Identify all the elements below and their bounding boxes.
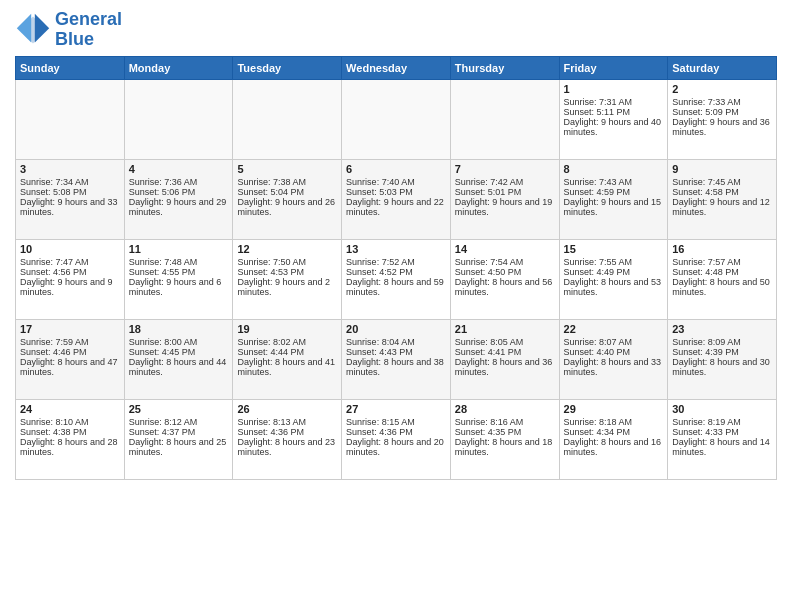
sunset-text: Sunset: 5:06 PM — [129, 187, 196, 197]
day-number: 26 — [237, 403, 337, 415]
header: GeneralBlue — [15, 10, 777, 50]
svg-marker-2 — [17, 14, 31, 43]
sunrise-text: Sunrise: 7:52 AM — [346, 257, 415, 267]
sunrise-text: Sunrise: 7:59 AM — [20, 337, 89, 347]
sunset-text: Sunset: 4:43 PM — [346, 347, 413, 357]
calendar-cell: 6Sunrise: 7:40 AMSunset: 5:03 PMDaylight… — [342, 159, 451, 239]
sunrise-text: Sunrise: 7:47 AM — [20, 257, 89, 267]
sunrise-text: Sunrise: 8:19 AM — [672, 417, 741, 427]
daylight-text: Daylight: 8 hours and 59 minutes. — [346, 277, 444, 297]
calendar-cell: 2Sunrise: 7:33 AMSunset: 5:09 PMDaylight… — [668, 79, 777, 159]
day-number: 12 — [237, 243, 337, 255]
calendar-cell: 3Sunrise: 7:34 AMSunset: 5:08 PMDaylight… — [16, 159, 125, 239]
calendar-week-1: 1Sunrise: 7:31 AMSunset: 5:11 PMDaylight… — [16, 79, 777, 159]
calendar-table: SundayMondayTuesdayWednesdayThursdayFrid… — [15, 56, 777, 480]
sunset-text: Sunset: 4:35 PM — [455, 427, 522, 437]
sunset-text: Sunset: 4:44 PM — [237, 347, 304, 357]
calendar-cell — [342, 79, 451, 159]
calendar-week-5: 24Sunrise: 8:10 AMSunset: 4:38 PMDayligh… — [16, 399, 777, 479]
sunrise-text: Sunrise: 8:02 AM — [237, 337, 306, 347]
header-cell-monday: Monday — [124, 56, 233, 79]
daylight-text: Daylight: 8 hours and 47 minutes. — [20, 357, 118, 377]
calendar-cell: 4Sunrise: 7:36 AMSunset: 5:06 PMDaylight… — [124, 159, 233, 239]
day-number: 20 — [346, 323, 446, 335]
sunrise-text: Sunrise: 7:57 AM — [672, 257, 741, 267]
day-number: 5 — [237, 163, 337, 175]
calendar-cell: 15Sunrise: 7:55 AMSunset: 4:49 PMDayligh… — [559, 239, 668, 319]
sunrise-text: Sunrise: 8:18 AM — [564, 417, 633, 427]
day-number: 2 — [672, 83, 772, 95]
daylight-text: Daylight: 8 hours and 25 minutes. — [129, 437, 227, 457]
daylight-text: Daylight: 8 hours and 41 minutes. — [237, 357, 335, 377]
calendar-cell: 24Sunrise: 8:10 AMSunset: 4:38 PMDayligh… — [16, 399, 125, 479]
day-number: 24 — [20, 403, 120, 415]
header-cell-saturday: Saturday — [668, 56, 777, 79]
sunrise-text: Sunrise: 7:34 AM — [20, 177, 89, 187]
day-number: 6 — [346, 163, 446, 175]
sunset-text: Sunset: 4:36 PM — [237, 427, 304, 437]
sunrise-text: Sunrise: 7:50 AM — [237, 257, 306, 267]
daylight-text: Daylight: 9 hours and 33 minutes. — [20, 197, 118, 217]
calendar-cell — [233, 79, 342, 159]
calendar-cell: 7Sunrise: 7:42 AMSunset: 5:01 PMDaylight… — [450, 159, 559, 239]
sunset-text: Sunset: 4:38 PM — [20, 427, 87, 437]
day-number: 22 — [564, 323, 664, 335]
calendar-cell: 13Sunrise: 7:52 AMSunset: 4:52 PMDayligh… — [342, 239, 451, 319]
daylight-text: Daylight: 8 hours and 36 minutes. — [455, 357, 553, 377]
day-number: 4 — [129, 163, 229, 175]
calendar-cell — [16, 79, 125, 159]
sunset-text: Sunset: 4:46 PM — [20, 347, 87, 357]
day-number: 29 — [564, 403, 664, 415]
header-cell-wednesday: Wednesday — [342, 56, 451, 79]
day-number: 8 — [564, 163, 664, 175]
sunrise-text: Sunrise: 7:38 AM — [237, 177, 306, 187]
header-cell-thursday: Thursday — [450, 56, 559, 79]
sunrise-text: Sunrise: 7:55 AM — [564, 257, 633, 267]
sunset-text: Sunset: 4:59 PM — [564, 187, 631, 197]
daylight-text: Daylight: 9 hours and 22 minutes. — [346, 197, 444, 217]
sunrise-text: Sunrise: 8:15 AM — [346, 417, 415, 427]
day-number: 3 — [20, 163, 120, 175]
sunset-text: Sunset: 5:04 PM — [237, 187, 304, 197]
sunrise-text: Sunrise: 8:05 AM — [455, 337, 524, 347]
logo-text: GeneralBlue — [55, 10, 122, 50]
daylight-text: Daylight: 8 hours and 53 minutes. — [564, 277, 662, 297]
sunrise-text: Sunrise: 8:13 AM — [237, 417, 306, 427]
calendar-cell: 25Sunrise: 8:12 AMSunset: 4:37 PMDayligh… — [124, 399, 233, 479]
calendar-cell: 8Sunrise: 7:43 AMSunset: 4:59 PMDaylight… — [559, 159, 668, 239]
daylight-text: Daylight: 8 hours and 14 minutes. — [672, 437, 770, 457]
calendar-cell — [124, 79, 233, 159]
calendar-cell: 28Sunrise: 8:16 AMSunset: 4:35 PMDayligh… — [450, 399, 559, 479]
day-number: 23 — [672, 323, 772, 335]
daylight-text: Daylight: 8 hours and 18 minutes. — [455, 437, 553, 457]
day-number: 14 — [455, 243, 555, 255]
sunrise-text: Sunrise: 8:09 AM — [672, 337, 741, 347]
sunset-text: Sunset: 4:45 PM — [129, 347, 196, 357]
logo: GeneralBlue — [15, 10, 122, 50]
daylight-text: Daylight: 8 hours and 30 minutes. — [672, 357, 770, 377]
sunset-text: Sunset: 4:36 PM — [346, 427, 413, 437]
sunrise-text: Sunrise: 7:43 AM — [564, 177, 633, 187]
daylight-text: Daylight: 9 hours and 26 minutes. — [237, 197, 335, 217]
sunrise-text: Sunrise: 8:10 AM — [20, 417, 89, 427]
sunset-text: Sunset: 5:09 PM — [672, 107, 739, 117]
day-number: 25 — [129, 403, 229, 415]
daylight-text: Daylight: 8 hours and 56 minutes. — [455, 277, 553, 297]
daylight-text: Daylight: 9 hours and 9 minutes. — [20, 277, 113, 297]
daylight-text: Daylight: 8 hours and 33 minutes. — [564, 357, 662, 377]
sunset-text: Sunset: 4:56 PM — [20, 267, 87, 277]
sunset-text: Sunset: 5:01 PM — [455, 187, 522, 197]
sunrise-text: Sunrise: 8:16 AM — [455, 417, 524, 427]
calendar-cell: 11Sunrise: 7:48 AMSunset: 4:55 PMDayligh… — [124, 239, 233, 319]
day-number: 28 — [455, 403, 555, 415]
calendar-cell: 14Sunrise: 7:54 AMSunset: 4:50 PMDayligh… — [450, 239, 559, 319]
sunrise-text: Sunrise: 7:31 AM — [564, 97, 633, 107]
day-number: 27 — [346, 403, 446, 415]
svg-marker-1 — [35, 14, 49, 43]
calendar-cell: 19Sunrise: 8:02 AMSunset: 4:44 PMDayligh… — [233, 319, 342, 399]
calendar-cell: 18Sunrise: 8:00 AMSunset: 4:45 PMDayligh… — [124, 319, 233, 399]
sunrise-text: Sunrise: 8:12 AM — [129, 417, 198, 427]
sunset-text: Sunset: 4:50 PM — [455, 267, 522, 277]
sunrise-text: Sunrise: 7:42 AM — [455, 177, 524, 187]
daylight-text: Daylight: 9 hours and 29 minutes. — [129, 197, 227, 217]
